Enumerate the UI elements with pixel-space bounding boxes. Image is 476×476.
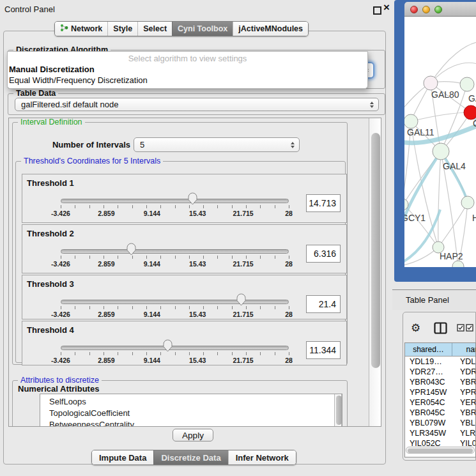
- cell-name: YBL0: [457, 418, 476, 428]
- group-title: Attributes to discretize: [18, 376, 102, 385]
- table-row[interactable]: YER054CYER0: [405, 397, 476, 408]
- attribute-item-selfloops[interactable]: SelfLoops: [40, 396, 342, 408]
- slider-tick-label: -3.426: [51, 260, 70, 268]
- slider-tick: [260, 205, 261, 208]
- slider-tick: [260, 352, 261, 355]
- slider-tick: [246, 352, 247, 355]
- threshold-value-field[interactable]: 21.4: [306, 295, 341, 313]
- network-view-canvas[interactable]: GAL80GACGAL11GAL4GCY1HHAP2: [404, 17, 476, 267]
- slider-track[interactable]: [61, 249, 289, 254]
- table-row[interactable]: YBR043CYBR0: [405, 377, 476, 387]
- thresholds-coordinates-group: Threshold's Coordinates for 5 Intervals …: [15, 161, 346, 363]
- table-row[interactable]: YPR145WYPR1: [405, 387, 476, 397]
- slider-thumb[interactable]: [162, 339, 173, 352]
- slider-tick-label: 21.715: [233, 210, 254, 217]
- tab-cyni-toolbox[interactable]: Cyni Toolbox: [172, 22, 233, 36]
- attributes-list-scrollbar[interactable]: [334, 394, 342, 427]
- tab-style[interactable]: Style: [107, 22, 137, 36]
- minimize-window-icon[interactable]: [422, 6, 430, 13]
- slider-tick: [132, 352, 133, 355]
- slider-tick: [75, 352, 75, 355]
- network-node[interactable]: [452, 261, 464, 267]
- tab-label: jActiveMNodules: [238, 24, 303, 33]
- panel-title: Control Panel: [4, 4, 55, 14]
- threshold-value-field[interactable]: 6.316: [306, 245, 341, 263]
- network-node[interactable]: [433, 143, 449, 160]
- attribute-item-topologicalcoefficient[interactable]: TopologicalCoefficient: [40, 408, 342, 419]
- scrollbar-thumb[interactable]: [408, 449, 473, 453]
- slider-tick: [118, 352, 118, 355]
- tab-label: Network: [71, 24, 102, 33]
- slider-track[interactable]: [61, 300, 289, 304]
- close-window-icon[interactable]: [410, 6, 418, 13]
- settings-gear-icon[interactable]: ⚙: [411, 321, 420, 334]
- slider-track[interactable]: [61, 346, 289, 350]
- slider-tick: [75, 205, 75, 208]
- slider-tick-label: 21.715: [233, 357, 254, 364]
- node-attribute-table: shared…name YDL19…YDL1YDR27…YDR2YBR043CY…: [404, 342, 476, 457]
- table-horizontal-scrollbar[interactable]: [406, 447, 475, 454]
- checked-checkbox-icon[interactable]: [457, 324, 464, 332]
- settings-scroll-pane: Interval Definition Number of Intervals …: [8, 118, 381, 427]
- cell-shared-name: YDR27…: [405, 367, 457, 377]
- column-header-shared-[interactable]: shared…: [405, 343, 452, 357]
- threshold-value-field[interactable]: 14.713: [306, 194, 341, 212]
- slider-tick: [160, 306, 161, 309]
- scrollbar-thumb[interactable]: [371, 133, 380, 368]
- table-row[interactable]: YDL19…YDL1: [405, 357, 476, 367]
- tab-infer-network[interactable]: Infer Network: [228, 450, 296, 464]
- slider-tick-label: 15.43: [189, 311, 206, 318]
- network-node[interactable]: [404, 114, 418, 128]
- attribute-item-betweennesscentrality[interactable]: BetweennessCentrality: [40, 419, 342, 427]
- network-window-titlebar[interactable]: [404, 2, 476, 17]
- slider-tick: [275, 352, 275, 355]
- slider-tick-label: 21.715: [233, 311, 254, 318]
- slider-tick: [232, 306, 233, 309]
- tab-jactivemnodules[interactable]: jActiveMNodules: [233, 22, 308, 36]
- settings-vertical-scrollbar[interactable]: [369, 118, 381, 427]
- zoom-window-icon[interactable]: [434, 6, 442, 13]
- table-row[interactable]: YBL079WYBL0: [405, 418, 476, 428]
- number-of-intervals-combobox[interactable]: 5: [134, 137, 300, 152]
- column-layout-icon[interactable]: [434, 322, 447, 334]
- node-label: GAL11: [407, 127, 434, 137]
- table-row[interactable]: YBR045CYBR0: [405, 408, 476, 418]
- table-row[interactable]: YLR345WYLR3: [405, 428, 476, 438]
- slider-tick: [118, 306, 118, 309]
- tab-select[interactable]: Select: [137, 22, 172, 36]
- network-node[interactable]: [464, 105, 476, 119]
- checked-checkbox-icon[interactable]: [466, 324, 473, 332]
- float-window-icon[interactable]: [373, 6, 381, 15]
- threshold-value-field[interactable]: 11.344: [306, 341, 341, 359]
- dropdown-option-equal-width-frequency-discretization[interactable]: Equal Width/Frequency Discretization: [8, 75, 367, 86]
- tab-impute-data[interactable]: Impute Data: [92, 450, 153, 464]
- table-data-combobox[interactable]: galFiltered.sif default node: [15, 98, 379, 111]
- slider-tick: [217, 306, 218, 309]
- scrollbar-thumb[interactable]: [336, 395, 342, 425]
- cyni-mode-tabs: Impute DataDiscretize DataInfer Network: [91, 450, 296, 465]
- table-row[interactable]: YDR27…YDR2: [405, 367, 476, 377]
- slider-tick-label: 9.144: [144, 311, 160, 318]
- slider-thumb[interactable]: [236, 293, 247, 306]
- tab-label: Select: [143, 24, 167, 33]
- slider-track[interactable]: [61, 199, 289, 203]
- node-label: C: [473, 118, 476, 128]
- apply-button[interactable]: Apply: [173, 429, 213, 441]
- tab-network[interactable]: Network: [55, 22, 107, 36]
- slider-thumb[interactable]: [187, 192, 198, 205]
- slider-thumb[interactable]: [126, 242, 137, 256]
- slider-tick-label: 15.43: [189, 210, 206, 217]
- slider-tick: [75, 256, 75, 259]
- dropdown-option-manual-discretization[interactable]: Manual Discretization: [8, 64, 367, 75]
- slider-tick: [132, 306, 133, 309]
- network-node[interactable]: [424, 76, 438, 90]
- tab-discretize-data[interactable]: Discretize Data: [153, 450, 227, 464]
- slider-tick: [260, 306, 261, 309]
- numerical-attributes-list[interactable]: SelfLoopsTopologicalCoefficientBetweenne…: [40, 394, 342, 427]
- slider-tick: [104, 306, 104, 309]
- network-node[interactable]: [460, 77, 474, 91]
- node-label: GA: [468, 93, 476, 104]
- network-node[interactable]: [461, 196, 474, 209]
- close-panel-icon[interactable]: ×: [383, 1, 390, 14]
- column-header-name[interactable]: name: [452, 343, 476, 357]
